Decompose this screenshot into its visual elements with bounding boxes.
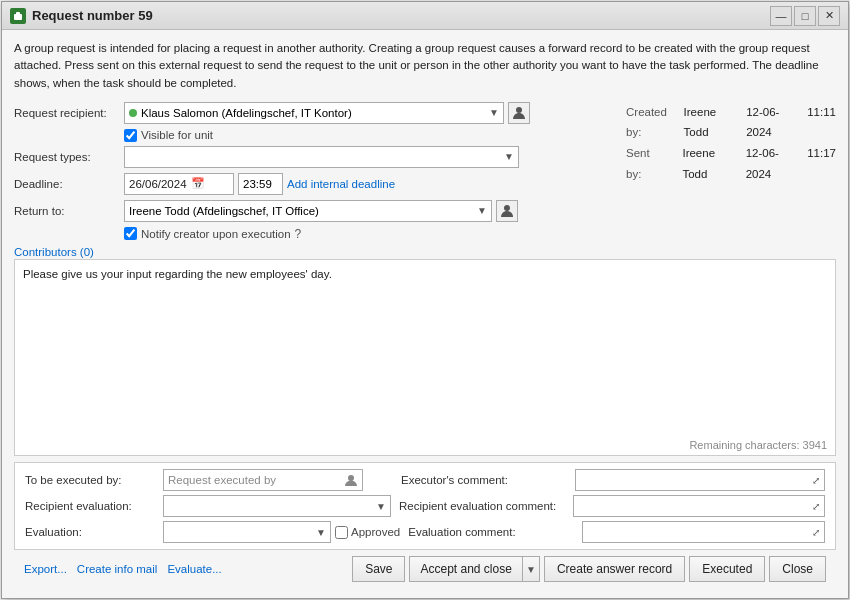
created-by-row: Created by: Ireene Todd 12-06-2024 11:11 [626,102,836,143]
evaluation-comment-field[interactable]: ⤢ [582,521,825,543]
return-to-person-button[interactable] [496,200,518,222]
svg-rect-1 [16,12,20,15]
sent-by-value: Ireene Todd [682,143,737,184]
executed-by-row: To be executed by: Request executed by E… [25,469,825,491]
to-be-executed-placeholder: Request executed by [168,474,276,486]
bottom-form: To be executed by: Request executed by E… [14,462,836,550]
contributors-link[interactable]: Contributors (0) [14,246,94,258]
request-recipient-row: Request recipient: Klaus Salomon (Afdeli… [14,102,616,124]
return-to-label: Return to: [14,205,124,217]
svg-point-4 [348,475,354,481]
request-recipient-select[interactable]: Klaus Salomon (Afdelingschef, IT Kontor)… [124,102,504,124]
deadline-date-field[interactable]: 26/06/2024 📅 [124,173,234,195]
window-icon [10,8,26,24]
evaluation-field-group: ▼ Approved [163,521,400,543]
approved-label: Approved [351,526,400,538]
created-by-value: Ireene Todd [684,102,739,143]
request-types-field-area: ▼ [124,146,616,168]
accept-close-split-button: Accept and close ▼ [409,556,539,582]
visible-for-unit-row: Visible for unit [14,129,616,142]
return-to-value: Ireene Todd (Afdelingschef, IT Office) [129,205,319,217]
evaluate-link[interactable]: Evaluate... [167,563,221,575]
return-to-select[interactable]: Ireene Todd (Afdelingschef, IT Office) ▼ [124,200,492,222]
request-types-select[interactable]: ▼ [124,146,519,168]
visible-for-unit-checkbox[interactable] [124,129,137,142]
created-date: 12-06-2024 [746,102,799,143]
top-section: Request recipient: Klaus Salomon (Afdeli… [14,102,836,259]
accept-close-button[interactable]: Accept and close [409,556,521,582]
sent-by-row: Sent by: Ireene Todd 12-06-2024 11:17 [626,143,836,184]
evaluation-select[interactable]: ▼ [163,521,331,543]
deadline-time-value: 23:59 [243,178,272,190]
create-info-mail-link[interactable]: Create info mail [77,563,158,575]
form-section: Request recipient: Klaus Salomon (Afdeli… [14,102,616,259]
sent-date: 12-06-2024 [746,143,800,184]
recipient-eval-comment-section: Recipient evaluation comment: ⤢ [399,495,825,517]
executors-comment-field[interactable]: ⤢ [575,469,825,491]
expand-icon[interactable]: ⤢ [812,527,820,538]
sent-by-label: Sent by: [626,143,664,184]
create-answer-record-button[interactable]: Create answer record [544,556,685,582]
action-bar: Export... Create info mail Evaluate... S… [14,550,836,588]
recipient-eval-comment-label: Recipient evaluation comment: [399,500,569,512]
main-window: Request number 59 — □ ✕ A group request … [1,1,849,599]
evaluation-label: Evaluation: [25,526,155,538]
recipient-eval-select[interactable]: ▼ [163,495,391,517]
notify-label: Notify creator upon execution [141,228,291,240]
notify-row: Notify creator upon execution ? [14,227,616,241]
maximize-button[interactable]: □ [794,6,816,26]
to-be-executed-label: To be executed by: [25,474,155,486]
expand-icon[interactable]: ⤢ [812,501,820,512]
deadline-field-area: 26/06/2024 📅 23:59 Add internal deadline [124,173,616,195]
approved-checkbox[interactable] [335,526,348,539]
created-by-label: Created by: [626,102,680,143]
action-links: Export... Create info mail Evaluate... [24,563,222,575]
evaluation-comment-section: Evaluation comment: ⤢ [408,521,825,543]
recipient-eval-row: Recipient evaluation: ▼ Recipient evalua… [25,495,825,517]
recipient-person-button[interactable] [508,102,530,124]
chevron-down-icon: ▼ [376,501,386,512]
chevron-down-icon: ▼ [489,107,499,118]
chevron-down-icon: ▼ [316,527,326,538]
minimize-button[interactable]: — [770,6,792,26]
title-controls: — □ ✕ [770,6,840,26]
message-text-area[interactable]: Please give us your input regarding the … [15,260,835,435]
approved-check-group: Approved [335,526,400,539]
window-content: A group request is intended for placing … [2,30,848,598]
recipient-eval-label: Recipient evaluation: [25,500,155,512]
save-button[interactable]: Save [352,556,405,582]
request-recipient-value: Klaus Salomon (Afdelingschef, IT Kontor) [141,107,352,119]
deadline-label: Deadline: [14,178,124,190]
accept-close-dropdown-button[interactable]: ▼ [522,556,540,582]
evaluation-comment-label: Evaluation comment: [408,526,578,538]
meta-section: Created by: Ireene Todd 12-06-2024 11:11… [616,102,836,259]
return-to-field-area: Ireene Todd (Afdelingschef, IT Office) ▼ [124,200,616,222]
deadline-row: Deadline: 26/06/2024 📅 23:59 Add interna… [14,173,616,195]
request-types-label: Request types: [14,151,124,163]
close-window-button[interactable]: ✕ [818,6,840,26]
executed-button[interactable]: Executed [689,556,765,582]
notify-checkbox[interactable] [124,227,137,240]
recipient-eval-comment-field[interactable]: ⤢ [573,495,825,517]
add-internal-deadline-link[interactable]: Add internal deadline [287,178,395,190]
person-add-icon [345,474,358,487]
deadline-time-field[interactable]: 23:59 [238,173,283,195]
chevron-down-icon: ▼ [477,205,487,216]
return-to-row: Return to: Ireene Todd (Afdelingschef, I… [14,200,616,222]
close-button[interactable]: Close [769,556,826,582]
executors-comment-section: Executor's comment: ⤢ [401,469,825,491]
executors-comment-label: Executor's comment: [401,474,571,486]
calendar-icon[interactable]: 📅 [191,177,205,190]
sent-time: 11:17 [807,143,836,184]
action-buttons: Save Accept and close ▼ Create answer re… [352,556,826,582]
export-link[interactable]: Export... [24,563,67,575]
title-bar: Request number 59 — □ ✕ [2,2,848,30]
message-text-area-wrapper: Please give us your input regarding the … [14,259,836,456]
description-text: A group request is intended for placing … [14,40,836,92]
to-be-executed-field[interactable]: Request executed by [163,469,363,491]
remaining-chars: Remaining characters: 3941 [689,439,827,451]
expand-icon[interactable]: ⤢ [812,475,820,486]
deadline-date-value: 26/06/2024 [129,178,187,190]
notify-help-icon[interactable]: ? [295,227,302,241]
visible-for-unit-label: Visible for unit [141,129,213,141]
